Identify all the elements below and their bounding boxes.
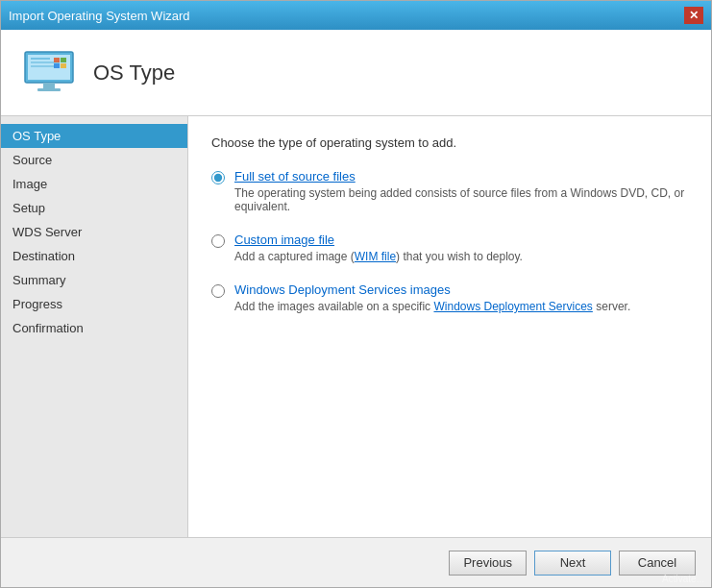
label-custom-image[interactable]: Custom image file xyxy=(234,233,523,247)
sidebar-item-destination[interactable]: Destination xyxy=(1,244,187,268)
sidebar-item-source[interactable]: Source xyxy=(1,148,187,172)
desc-full-set: The operating system being added consist… xyxy=(234,186,688,213)
content-instruction: Choose the type of operating system to a… xyxy=(211,135,688,150)
page-title: OS Type xyxy=(93,61,175,86)
sidebar-item-confirmation[interactable]: Confirmation xyxy=(1,316,187,340)
radio-full-set[interactable] xyxy=(211,171,225,184)
cancel-button[interactable]: Cancel xyxy=(619,551,696,576)
activate-watermark: Activate... xyxy=(662,574,704,584)
svg-rect-7 xyxy=(54,58,60,62)
option-custom-image: Custom image file Add a captured image (… xyxy=(211,233,688,263)
window-title: Import Operating System Wizard xyxy=(9,9,190,23)
sidebar-item-progress[interactable]: Progress xyxy=(1,292,187,316)
svg-rect-9 xyxy=(54,63,60,68)
label-full-set[interactable]: Full set of source files xyxy=(234,169,688,184)
radio-custom-image[interactable] xyxy=(211,234,225,248)
svg-rect-10 xyxy=(61,63,66,68)
svg-rect-5 xyxy=(43,83,55,88)
os-icon xyxy=(20,44,78,102)
svg-rect-2 xyxy=(31,58,50,60)
os-type-options: Full set of source files The operating s… xyxy=(211,169,688,313)
sidebar-item-os-type[interactable]: OS Type xyxy=(1,124,187,148)
desc-custom-image: Add a captured image (WIM file) that you… xyxy=(234,250,523,263)
sidebar: OS Type Source Image Setup WDS Server De… xyxy=(1,116,188,537)
content-area: Choose the type of operating system to a… xyxy=(188,116,711,537)
svg-rect-8 xyxy=(61,58,66,62)
sidebar-item-summary[interactable]: Summary xyxy=(1,268,187,292)
svg-rect-6 xyxy=(37,88,61,91)
sidebar-item-setup[interactable]: Setup xyxy=(1,196,187,220)
radio-wds-images[interactable] xyxy=(211,284,225,298)
next-button[interactable]: Next xyxy=(534,551,611,576)
sidebar-item-image[interactable]: Image xyxy=(1,172,187,196)
option-wds-images: Windows Deployment Services images Add t… xyxy=(211,282,688,313)
desc-wds-images: Add the images available on a specific W… xyxy=(234,300,630,313)
main-area: OS Type Source Image Setup WDS Server De… xyxy=(1,116,711,537)
wizard-window: Import Operating System Wizard ✕ xyxy=(0,0,712,588)
title-bar: Import Operating System Wizard ✕ xyxy=(1,1,711,30)
previous-button[interactable]: Previous xyxy=(449,551,527,576)
sidebar-item-wds-server[interactable]: WDS Server xyxy=(1,220,187,244)
header: OS Type xyxy=(1,30,711,116)
svg-rect-4 xyxy=(31,65,55,67)
option-full-set: Full set of source files The operating s… xyxy=(211,169,688,213)
close-button[interactable]: ✕ xyxy=(684,7,703,24)
label-wds-images[interactable]: Windows Deployment Services images xyxy=(234,282,630,297)
footer: Previous Next Cancel xyxy=(1,537,711,587)
